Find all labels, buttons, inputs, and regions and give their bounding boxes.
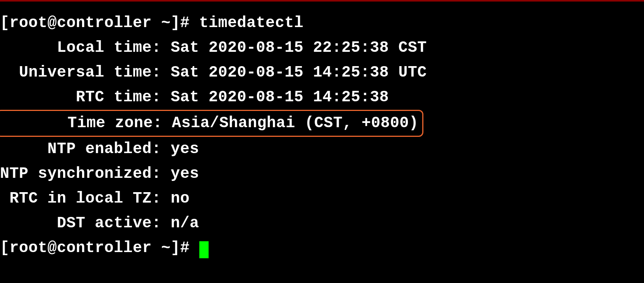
local-time-value: Sat 2020-08-15 22:25:38 CST: [171, 39, 427, 56]
ntp-enabled-label: NTP enabled:: [0, 140, 171, 158]
ntp-enabled-value: yes: [171, 140, 199, 158]
output-ntp-enabled: NTP enabled: yes: [0, 137, 644, 162]
output-rtc-local: RTC in local TZ: no: [0, 186, 644, 211]
output-universal-time: Universal time: Sat 2020-08-15 14:25:38 …: [0, 60, 644, 85]
output-dst-active: DST active: n/a: [0, 211, 644, 236]
rtc-time-label: RTC time:: [0, 89, 171, 106]
terminal-output[interactable]: [root@controller ~]# timedatectl Local t…: [0, 11, 644, 261]
shell-prompt: [root@controller ~]#: [0, 14, 199, 32]
dst-active-label: DST active:: [0, 215, 171, 232]
ntp-sync-label: NTP synchronized:: [0, 165, 171, 182]
command-line: [root@controller ~]# timedatectl: [0, 11, 644, 36]
dst-active-value: n/a: [171, 215, 199, 232]
time-zone-value: Asia/Shanghai (CST, +0800): [172, 114, 418, 132]
prompt-line: [root@controller ~]#: [0, 236, 644, 261]
output-ntp-sync: NTP synchronized: yes: [0, 162, 644, 186]
ntp-sync-value: yes: [171, 165, 199, 182]
rtc-time-value: Sat 2020-08-15 14:25:38: [171, 89, 389, 106]
shell-prompt: [root@controller ~]#: [0, 239, 199, 257]
command-text: timedatectl: [199, 14, 304, 32]
output-local-time: Local time: Sat 2020-08-15 22:25:38 CST: [0, 36, 644, 60]
universal-time-label: Universal time:: [0, 64, 171, 81]
output-rtc-time: RTC time: Sat 2020-08-15 14:25:38: [0, 85, 644, 110]
local-time-label: Local time:: [0, 39, 171, 56]
universal-time-value: Sat 2020-08-15 14:25:38 UTC: [171, 64, 427, 81]
rtc-local-label: RTC in local TZ:: [0, 190, 171, 207]
output-time-zone: Time zone: Asia/Shanghai (CST, +0800): [0, 110, 644, 137]
rtc-local-value: no: [171, 190, 190, 207]
time-zone-label: Time zone:: [1, 114, 172, 132]
timezone-highlight-box: Time zone: Asia/Shanghai (CST, +0800): [0, 110, 423, 137]
cursor-icon: [199, 241, 209, 258]
